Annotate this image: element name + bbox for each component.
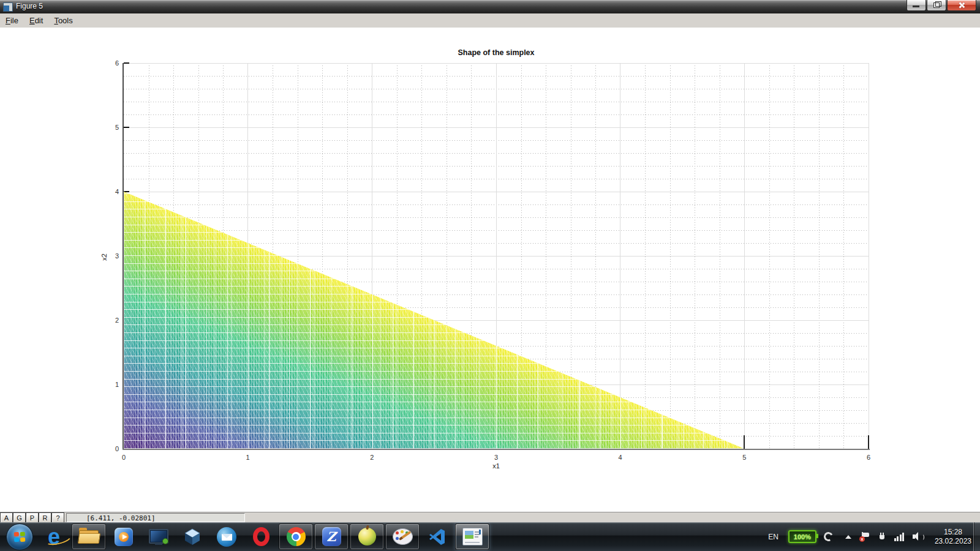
taskbar-button-thunderbird[interactable]: [210, 524, 243, 549]
clock[interactable]: 15:28 23.02.2023: [935, 528, 971, 546]
coordinate-readout: [6.411, -0.02801]: [66, 513, 245, 522]
file-explorer-icon: [79, 530, 99, 544]
y-axis-line: [123, 63, 124, 450]
minimize-icon: [913, 6, 919, 7]
axis-box-mark: [868, 435, 869, 449]
taskbar-button-3d-ball-app[interactable]: [350, 523, 384, 550]
language-indicator[interactable]: EN: [768, 533, 778, 541]
minimize-button[interactable]: [907, 0, 926, 11]
menu-bar: FileEditTools: [0, 13, 980, 28]
start-button[interactable]: [3, 524, 36, 549]
statusbar-button-p[interactable]: P: [26, 512, 39, 523]
menu-tools[interactable]: Tools: [48, 15, 78, 26]
statusbar-buttons: AGPR?: [0, 512, 64, 523]
x-tick-label: 5: [742, 454, 746, 461]
tray-time: 15:28: [935, 528, 971, 537]
x-tick-label: 0: [122, 454, 126, 461]
axis-box-mark: [744, 435, 745, 449]
statusbar-button-g[interactable]: G: [13, 512, 26, 523]
taskbar-button-vscode[interactable]: [421, 524, 454, 549]
statusbar-button-r[interactable]: R: [39, 512, 51, 523]
statusbar-button-a[interactable]: A: [0, 512, 13, 523]
y-axis-label: x2: [100, 253, 108, 261]
taskbar: e: [0, 522, 980, 551]
chrome-icon: [287, 527, 306, 546]
desktop: Figure 5 FileEditTools Shape of the simp…: [0, 0, 980, 551]
x-tick-label: 6: [867, 454, 870, 461]
show-hidden-icons-button[interactable]: [845, 535, 851, 539]
menu-file[interactable]: File: [0, 15, 24, 26]
y-tick-label: 2: [115, 317, 119, 324]
chart-title: Shape of the simplex: [124, 48, 869, 57]
3d-ball-app-icon: [358, 528, 376, 545]
y-tick-label: 0: [115, 445, 119, 452]
paint-palette-icon: [393, 528, 413, 545]
y-tick-mark: [124, 62, 129, 64]
virtualbox-cube-icon: [183, 528, 202, 546]
battery-indicator[interactable]: 100%: [788, 530, 816, 543]
windows-logo-icon: [6, 523, 33, 550]
taskbar-button-blue-z-app[interactable]: Z: [314, 523, 349, 550]
window-title: Figure 5: [16, 2, 43, 10]
taskbar-button-figure-window[interactable]: [455, 523, 489, 550]
figure-window-icon: [3, 2, 13, 12]
figure-canvas[interactable]: Shape of the simplex 01234560123456 x1 x…: [0, 28, 980, 512]
taskbar-button-media-player[interactable]: [107, 524, 140, 549]
monitor-icon: [149, 529, 167, 545]
taskbar-button-internet-explorer[interactable]: e: [37, 524, 70, 549]
close-icon: [958, 2, 965, 9]
opera-icon: [253, 527, 270, 546]
system-tray: EN 100% x 15:28 23.02.2023: [768, 522, 971, 551]
battery-percent: 100%: [794, 533, 811, 541]
figure-window-preview-icon: [462, 528, 483, 545]
power-connector-icon[interactable]: [823, 531, 834, 542]
x-tick-label: 1: [246, 454, 250, 461]
major-gridline-h: [124, 192, 869, 192]
x-tick-label: 2: [370, 454, 374, 461]
taskbar-button-remote-desktop[interactable]: [141, 524, 175, 549]
media-player-icon: [115, 528, 133, 546]
tray-plug-icon[interactable]: [878, 532, 886, 541]
statusbar-button-help[interactable]: ?: [51, 512, 64, 523]
y-tick-label: 6: [115, 59, 119, 67]
show-desktop-button[interactable]: [973, 522, 980, 551]
major-gridline-h: [124, 63, 869, 64]
window-titlebar: Figure 5: [0, 0, 980, 13]
tray-date: 23.02.2023: [935, 537, 971, 546]
y-tick-mark: [124, 127, 129, 128]
x-axis-line: [123, 449, 870, 450]
y-tick-label: 1: [115, 381, 119, 388]
x-axis-label: x1: [124, 462, 869, 470]
restore-icon: [933, 2, 940, 8]
volume-icon[interactable]: [913, 532, 924, 541]
close-button[interactable]: [947, 0, 976, 11]
blue-z-app-icon: Z: [322, 527, 341, 546]
internet-explorer-icon: e: [48, 526, 60, 548]
y-tick-label: 5: [115, 124, 119, 131]
menu-edit[interactable]: Edit: [24, 15, 48, 26]
thunderbird-icon: [217, 527, 236, 547]
plot-area[interactable]: 01234560123456: [124, 63, 869, 449]
taskbar-button-file-explorer[interactable]: [72, 523, 106, 550]
figure-statusbar: AGPR? [6.411, -0.02801]: [0, 512, 980, 523]
major-gridline-h: [124, 127, 869, 128]
network-signal-icon[interactable]: [894, 532, 905, 541]
taskbar-button-chrome[interactable]: [279, 523, 313, 550]
taskbar-button-paint-app[interactable]: [385, 523, 420, 550]
vscode-icon: [428, 528, 447, 546]
x-tick-label: 3: [494, 454, 498, 461]
y-tick-label: 4: [115, 188, 119, 195]
y-tick-label: 3: [115, 252, 119, 260]
taskbar-button-virtualbox[interactable]: [176, 524, 209, 549]
restore-button[interactable]: [927, 0, 946, 11]
taskbar-button-opera[interactable]: [244, 524, 277, 549]
x-tick-label: 4: [619, 454, 622, 461]
action-center-flag-icon[interactable]: x: [861, 532, 870, 541]
